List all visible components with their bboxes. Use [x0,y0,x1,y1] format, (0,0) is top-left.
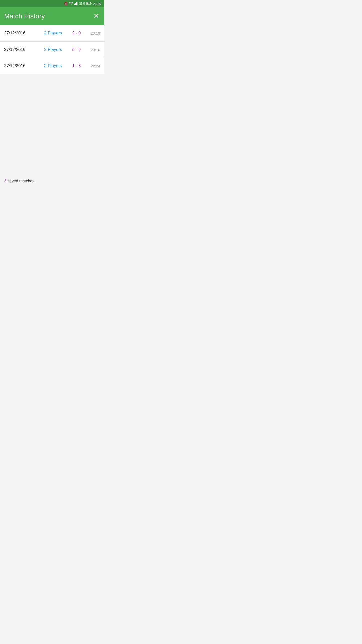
saved-matches-text: 3 saved matches [4,179,34,183]
svg-rect-2 [75,3,76,5]
match-row[interactable]: 27/12/2016 2 Players 2 - 0 23:19 [0,25,104,42]
match-score-1: 5 - 6 [67,47,86,52]
match-list: 27/12/2016 2 Players 2 - 0 23:19 27/12/2… [0,25,104,74]
signal-icon [74,2,78,6]
match-date-2: 27/12/2016 [4,63,39,68]
match-players-2: 2 Players [39,63,67,68]
wifi-icon [69,2,73,6]
battery-icon [86,2,92,6]
mute-icon: 🔇 [64,2,68,6]
svg-rect-3 [76,2,77,5]
match-score-2: 1 - 3 [67,63,86,68]
match-time-2: 22:24 [86,64,100,68]
svg-rect-1 [74,4,75,5]
svg-rect-4 [77,2,78,5]
status-time: 23:49 [93,2,101,6]
match-players-0: 2 Players [39,31,67,36]
match-date-1: 27/12/2016 [4,47,39,52]
footer: 3 saved matches [0,175,104,189]
match-time-0: 23:19 [86,31,100,35]
svg-rect-6 [91,3,92,4]
saved-matches-count: 3 [4,179,6,183]
status-bar: 🔇 33% 23:49 [0,0,104,7]
app-header: Match History ✕ [0,7,104,25]
match-date-0: 27/12/2016 [4,31,39,36]
battery-percent: 33% [79,2,85,5]
match-time-1: 23:10 [86,48,100,52]
match-score-0: 2 - 0 [67,31,86,36]
page-title: Match History [4,12,45,20]
match-row[interactable]: 27/12/2016 2 Players 1 - 3 22:24 [0,58,104,74]
close-button[interactable]: ✕ [92,12,100,21]
saved-matches-label: saved matches [6,179,34,183]
svg-point-0 [71,4,72,5]
match-row[interactable]: 27/12/2016 2 Players 5 - 6 23:10 [0,42,104,58]
match-players-1: 2 Players [39,47,67,52]
status-icons: 🔇 33% 23:49 [64,2,101,6]
empty-area [0,74,104,175]
svg-rect-7 [87,2,88,4]
